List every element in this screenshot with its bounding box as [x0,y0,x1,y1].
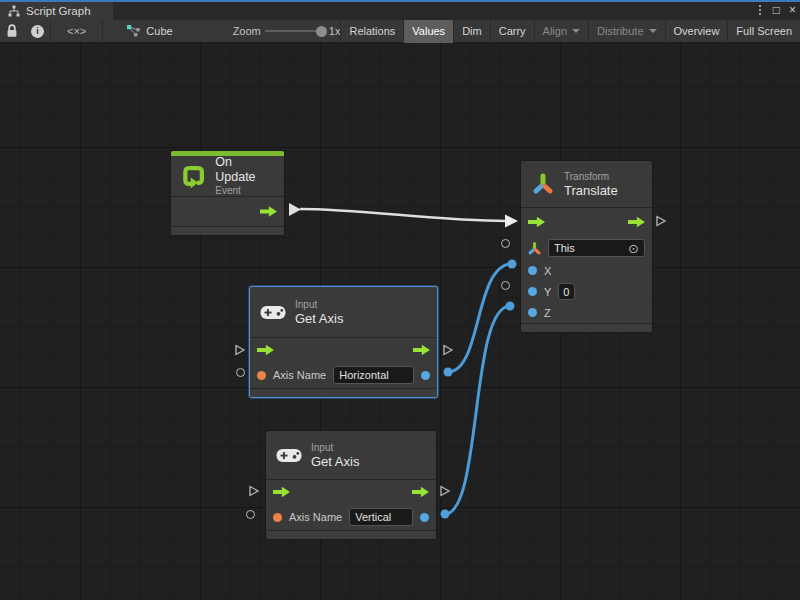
control-ports-row [171,197,284,226]
wire-endpoint [506,302,515,311]
toolbar-separator [102,20,103,43]
object-picker-icon[interactable]: ⊙ [628,242,639,255]
graph-nodes-icon [127,25,141,37]
port-label-z: Z [544,307,551,319]
graph-toolbar: i <×> Cube Zoom 1x Relations Values Dim … [0,20,800,43]
z-value-port[interactable] [528,308,537,317]
distribute-label: Distribute [597,25,643,37]
getaxis1-name-in-anchor[interactable] [234,366,246,378]
control-wire-dest-arrow [505,215,518,228]
control-out-port[interactable] [628,216,645,228]
graph-breadcrumb[interactable]: Cube [119,20,180,43]
graph-hierarchy-icon [8,5,20,17]
axis-name-value: Horizontal [339,369,389,381]
close-icon[interactable]: × [789,2,796,18]
control-wire-source-arrow [289,203,301,216]
node-header: Input Get Axis [250,287,437,337]
control-in-port[interactable] [257,344,274,356]
result-out-port[interactable] [420,513,429,522]
node-title: Get Axis [311,454,359,469]
values-button[interactable]: Values [403,20,453,43]
getaxis2-control-out-anchor[interactable] [439,485,451,497]
port-row-x: X [521,260,652,281]
node-translate[interactable]: Transform Translate This ⊙ [520,160,653,333]
control-wire[interactable] [300,209,506,221]
port-row-z: Z [521,302,652,323]
inspect-button[interactable]: i [25,20,50,43]
node-title: Get Axis [295,311,343,326]
zoom-slider[interactable] [265,30,322,32]
value-wire-vertical-z[interactable] [445,306,510,514]
node-category: Input [311,442,359,454]
tab-strip: Script Graph □ × [0,0,800,20]
axis-name-field[interactable]: Horizontal [333,366,414,384]
target-object-field[interactable]: This ⊙ [548,239,645,257]
control-ports-row [521,208,652,236]
control-in-port[interactable] [528,216,545,228]
zoom-slider-handle[interactable] [316,26,327,37]
node-title-block: Input Get Axis [311,442,359,469]
axis-name-in-port[interactable] [273,513,282,522]
node-category: Transform [564,171,618,183]
graph-canvas[interactable]: On Update Event Transform Translat [0,43,800,600]
control-ports-row [266,480,436,504]
axis-name-row: Axis Name Vertical [266,504,436,530]
y-value-field[interactable]: 0 [558,283,575,300]
lock-button[interactable] [0,20,25,43]
translate-y-in-anchor[interactable] [499,279,511,291]
y-value-port[interactable] [528,287,537,296]
translate-control-out-anchor[interactable] [655,215,667,227]
node-get-axis-horizontal[interactable]: Input Get Axis Axis Name Horizontal [249,286,438,398]
getaxis1-control-in-anchor[interactable] [234,344,246,356]
node-on-update[interactable]: On Update Event [170,150,285,236]
y-value: 0 [563,286,569,298]
relations-button[interactable]: Relations [340,20,403,43]
dim-button[interactable]: Dim [453,20,490,43]
axis-name-field[interactable]: Vertical [349,508,413,526]
transform-icon [531,172,555,196]
axis-name-label: Axis Name [289,511,342,523]
update-loop-icon [181,163,206,189]
tab-script-graph[interactable]: Script Graph [0,2,113,20]
getaxis2-name-in-anchor[interactable] [244,508,256,520]
node-title-block: Transform Translate [564,171,618,198]
node-title: Translate [564,183,618,198]
window-menu-icon[interactable] [756,3,764,17]
target-row: This ⊙ [521,236,652,260]
control-ports-row [250,338,437,362]
getaxis1-control-out-anchor[interactable] [442,344,454,356]
distribute-dropdown[interactable]: Distribute [588,20,664,43]
node-subtitle: Event [215,185,274,197]
node-title: On Update [215,155,274,185]
preview-code-button[interactable]: <×> [51,20,103,43]
chevron-down-icon [649,29,657,33]
zoom-label: Zoom [233,25,261,37]
gamepad-icon [276,447,302,464]
control-in-port[interactable] [273,486,290,498]
maximize-icon[interactable]: □ [773,2,780,18]
axis-name-in-port[interactable] [257,371,266,380]
result-out-port[interactable] [421,371,430,380]
node-category: Input [295,299,343,311]
overview-button[interactable]: Overview [665,20,728,43]
translate-target-in-anchor[interactable] [499,237,511,249]
gamepad-icon [260,304,286,321]
axis-name-label: Axis Name [273,369,326,381]
control-out-port[interactable] [412,486,429,498]
node-footer [266,530,436,539]
lock-icon [6,24,18,38]
carry-button[interactable]: Carry [490,20,534,43]
node-title-block: Input Get Axis [295,299,343,326]
getaxis2-control-in-anchor[interactable] [248,485,260,497]
code-brackets-icon: <×> [67,25,86,37]
node-header: Transform Translate [521,161,652,207]
fullscreen-button[interactable]: Full Screen [727,20,800,43]
node-get-axis-vertical[interactable]: Input Get Axis Axis Name Vertical [265,430,437,540]
align-dropdown[interactable]: Align [534,20,588,43]
x-value-port[interactable] [528,266,537,275]
control-out-port[interactable] [260,206,277,218]
control-out-port[interactable] [413,344,430,356]
node-footer [521,323,652,332]
node-footer [171,226,284,235]
window-controls: □ × [756,2,796,18]
